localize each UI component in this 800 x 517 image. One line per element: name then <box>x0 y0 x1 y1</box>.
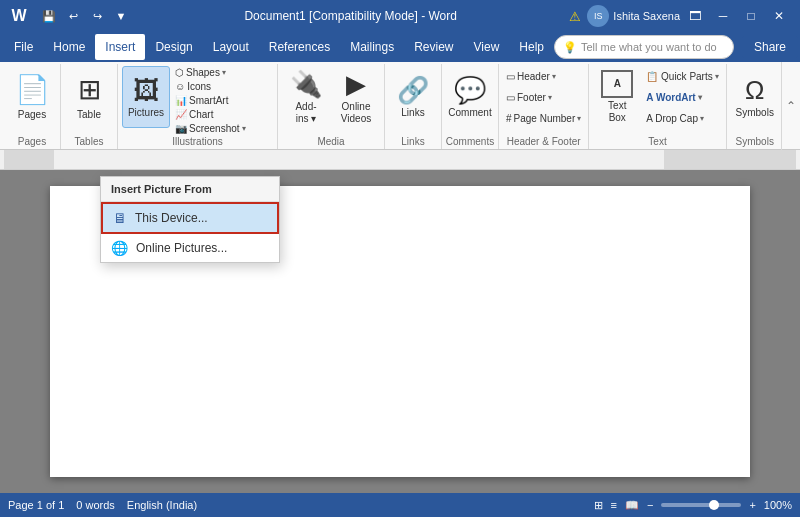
quick-parts-button[interactable]: 📋 Quick Parts ▾ <box>643 66 721 86</box>
this-device-option[interactable]: 🖥 This Device... <box>101 202 279 234</box>
minimize-button[interactable]: ─ <box>710 3 736 29</box>
table-button[interactable]: ⊞ Table <box>65 66 113 128</box>
menu-help[interactable]: Help <box>509 34 554 60</box>
ribbon-links-group: 🔗 Links Links <box>385 64 442 149</box>
user-name: Ishita Saxena <box>613 10 680 22</box>
warning-icon: ⚠ <box>569 9 581 24</box>
zoom-minus-button[interactable]: − <box>647 499 653 511</box>
symbols-button[interactable]: Ω Symbols <box>731 66 779 128</box>
save-button[interactable]: 💾 <box>38 5 60 27</box>
ribbon-headerfooter-group: ▭ Header ▾ ▭ Footer ▾ # Page Number ▾ He… <box>499 64 589 149</box>
tell-me-input[interactable]: 💡 Tell me what you want to do <box>554 35 734 59</box>
textbox-label: TextBox <box>608 100 626 124</box>
pages-icon: 📄 <box>15 73 50 107</box>
screenshot-arrow: ▾ <box>242 124 246 133</box>
lightbulb-icon: 💡 <box>563 41 577 54</box>
ribbon-pages-group: 📄 Pages Pages <box>4 64 61 149</box>
menu-design[interactable]: Design <box>145 34 202 60</box>
wordart-button[interactable]: A WordArt ▾ <box>643 87 721 107</box>
screenshot-button[interactable]: 📷 Screenshot ▾ <box>172 122 249 135</box>
web-layout-icon[interactable]: ≡ <box>611 499 617 511</box>
ribbon-display-button[interactable]: 🗖 <box>682 3 708 29</box>
close-button[interactable]: ✕ <box>766 3 792 29</box>
zoom-plus-button[interactable]: + <box>749 499 755 511</box>
comment-button[interactable]: 💬 Comment <box>446 66 494 128</box>
text-extra-buttons: 📋 Quick Parts ▾ A WordArt ▾ A Drop Cap ▾ <box>643 66 721 128</box>
shapes-button[interactable]: ⬡ Shapes ▾ <box>172 66 249 79</box>
links-button[interactable]: 🔗 Links <box>389 66 437 128</box>
chart-button[interactable]: 📈 Chart <box>172 108 249 121</box>
dropcap-button[interactable]: A Drop Cap ▾ <box>643 108 721 128</box>
print-layout-icon[interactable]: ⊞ <box>594 499 603 512</box>
online-videos-icon: ▶ <box>346 69 366 100</box>
menu-mailings[interactable]: Mailings <box>340 34 404 60</box>
status-bar: Page 1 of 1 0 words English (India) ⊞ ≡ … <box>0 493 800 517</box>
icons-button[interactable]: ☺ Icons <box>172 80 249 93</box>
read-mode-icon[interactable]: 📖 <box>625 499 639 512</box>
pages-button[interactable]: 📄 Pages <box>8 66 56 128</box>
page-number-icon: # <box>506 113 512 124</box>
media-group-label: Media <box>278 136 384 147</box>
page-number-button[interactable]: # Page Number ▾ <box>503 108 584 128</box>
undo-button[interactable]: ↩ <box>62 5 84 27</box>
ribbon-text-group: A TextBox 📋 Quick Parts ▾ A WordArt ▾ A … <box>589 64 726 149</box>
menu-insert[interactable]: Insert <box>95 34 145 60</box>
dropcap-arrow: ▾ <box>700 114 704 123</box>
footer-button[interactable]: ▭ Footer ▾ <box>503 87 584 107</box>
comment-label: Comment <box>448 107 491 119</box>
customize-qa-button[interactable]: ▼ <box>110 5 132 27</box>
pictures-icon: 🖼 <box>133 75 159 106</box>
menu-layout[interactable]: Layout <box>203 34 259 60</box>
insert-picture-dropdown: Insert Picture From 🖥 This Device... 🌐 O… <box>100 176 280 263</box>
footer-arrow: ▾ <box>548 93 552 102</box>
screenshot-icon: 📷 <box>175 123 187 134</box>
header-button[interactable]: ▭ Header ▾ <box>503 66 584 86</box>
redo-button[interactable]: ↪ <box>86 5 108 27</box>
menu-review[interactable]: Review <box>404 34 463 60</box>
chart-icon: 📈 <box>175 109 187 120</box>
addins-button[interactable]: 🔌 Add-ins ▾ <box>282 66 330 128</box>
ribbon-comments-group: 💬 Comment Comments <box>442 64 499 149</box>
menu-references[interactable]: References <box>259 34 340 60</box>
wordart-arrow: ▾ <box>698 93 702 102</box>
textbox-button[interactable]: A TextBox <box>593 66 641 128</box>
pages-group-label: Pages <box>4 136 60 147</box>
tell-me-text: Tell me what you want to do <box>581 41 717 53</box>
collapse-ribbon-button[interactable]: ⌃ <box>781 62 800 150</box>
pictures-button[interactable]: 🖼 Pictures <box>122 66 170 128</box>
illustrations-group-label: Illustrations <box>118 136 277 147</box>
title-bar: W 💾 ↩ ↪ ▼ Document1 [Compatibility Mode]… <box>0 0 800 32</box>
online-videos-label: OnlineVideos <box>341 101 371 125</box>
menu-home[interactable]: Home <box>43 34 95 60</box>
page-indicator: Page 1 of 1 <box>8 499 64 511</box>
page-number-arrow: ▾ <box>577 114 581 123</box>
shapes-icon: ⬡ <box>175 67 184 78</box>
zoom-slider[interactable] <box>661 503 741 507</box>
text-group-label: Text <box>589 136 725 147</box>
table-label: Table <box>77 109 101 121</box>
online-pictures-label: Online Pictures... <box>136 241 227 255</box>
online-videos-button[interactable]: ▶ OnlineVideos <box>332 66 380 128</box>
user-avatar[interactable]: IS <box>587 5 609 27</box>
headerfooter-buttons: ▭ Header ▾ ▭ Footer ▾ # Page Number ▾ <box>503 66 584 128</box>
menu-view[interactable]: View <box>464 34 510 60</box>
menu-file[interactable]: File <box>4 34 43 60</box>
smartart-button[interactable]: 📊 SmartArt <box>172 94 249 107</box>
this-device-icon: 🖥 <box>113 210 127 226</box>
addins-label: Add-ins ▾ <box>295 101 316 125</box>
smartart-icon: 📊 <box>175 95 187 106</box>
pictures-label: Pictures <box>128 107 164 119</box>
header-icon: ▭ <box>506 71 515 82</box>
share-button[interactable]: Share <box>742 36 798 58</box>
ribbon-illustrations-group: 🖼 Pictures ⬡ Shapes ▾ ☺ Icons 📊 SmartArt… <box>118 64 278 149</box>
this-device-label: This Device... <box>135 211 208 225</box>
symbols-group-label: Symbols <box>727 136 783 147</box>
links-label: Links <box>401 107 424 119</box>
footer-icon: ▭ <box>506 92 515 103</box>
status-right: ⊞ ≡ 📖 − + 100% <box>594 499 792 512</box>
ribbon-media-group: 🔌 Add-ins ▾ ▶ OnlineVideos Media <box>278 64 385 149</box>
maximize-button[interactable]: □ <box>738 3 764 29</box>
collapse-ribbon-icon: ⌃ <box>786 99 796 113</box>
online-pictures-option[interactable]: 🌐 Online Pictures... <box>101 234 279 262</box>
word-count: 0 words <box>76 499 115 511</box>
